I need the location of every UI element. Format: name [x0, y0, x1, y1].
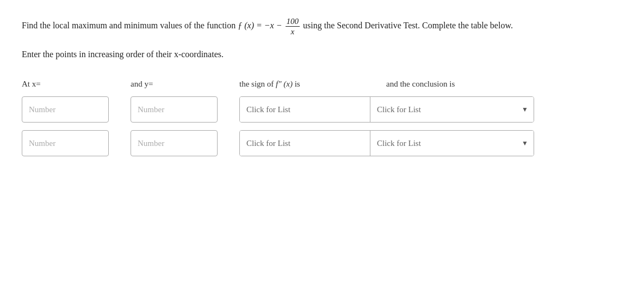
instruction-text: Enter the points in increasing order of …: [22, 50, 622, 59]
header-conclusion: and the conclusion is: [386, 79, 622, 89]
answer-table: At x= and y= the sign of f″ (x) is and t…: [22, 79, 622, 156]
x-input-row1[interactable]: [22, 96, 109, 123]
sign-conclusion-row1: Click for List Positive Negative Zero Cl…: [239, 96, 534, 123]
conclusion-dropdown-row1[interactable]: Click for List Local Maximum Local Minim…: [370, 96, 534, 123]
header-sign: the sign of f″ (x) is: [239, 79, 386, 89]
sign-dropdown-row1[interactable]: Click for List Positive Negative Zero: [240, 96, 370, 123]
sign-conclusion-row2: Click for List Positive Negative Zero Cl…: [239, 130, 534, 156]
header-x: At x=: [22, 79, 131, 89]
y-input-row1[interactable]: [131, 96, 218, 123]
function-notation: ƒ (x) = −x − 100x: [238, 21, 303, 30]
table-header: At x= and y= the sign of f″ (x) is and t…: [22, 79, 622, 89]
problem-text-part1: Find the local maximum and minimum value…: [22, 21, 236, 30]
problem-text-part2: using the Second Derivative Test. Comple…: [303, 21, 513, 30]
header-y: and y=: [131, 79, 239, 89]
x-input-row2[interactable]: [22, 130, 109, 156]
table-row: Click for List Positive Negative Zero Cl…: [22, 130, 622, 156]
conclusion-dropdown-row2[interactable]: Click for List Local Maximum Local Minim…: [370, 130, 534, 156]
table-row: Click for List Positive Negative Zero Cl…: [22, 96, 622, 123]
sign-dropdown-row2[interactable]: Click for List Positive Negative Zero: [240, 130, 370, 156]
problem-statement: Find the local maximum and minimum value…: [22, 16, 622, 36]
y-input-row2[interactable]: [131, 130, 218, 156]
